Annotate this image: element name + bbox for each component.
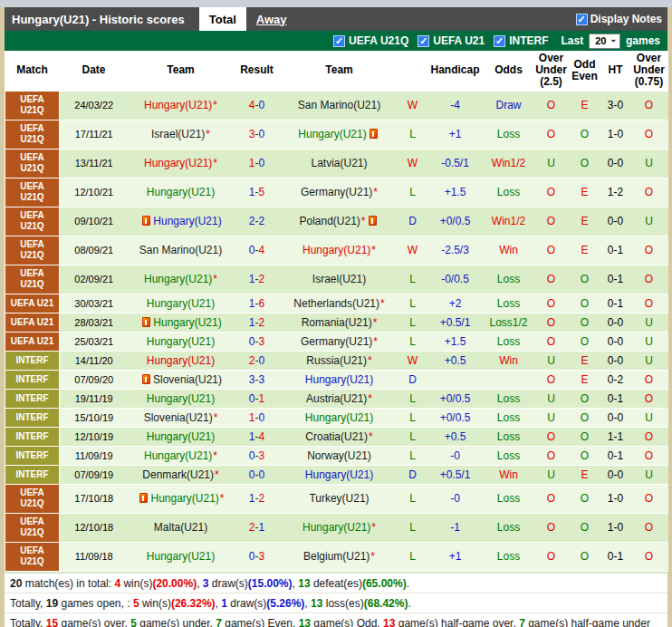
- tab-away[interactable]: Away: [246, 7, 297, 31]
- over-under-075-value: O: [630, 542, 668, 571]
- away-team-name: Latvia(U21): [311, 157, 367, 169]
- match-type-label: UEFA U21Q: [5, 91, 60, 120]
- summary-segment: game(s) half-game over,: [395, 617, 519, 627]
- summary-segment: game(s) Even,: [222, 617, 299, 627]
- home-goals: 3: [249, 373, 255, 386]
- favorite-star-icon: *: [368, 392, 372, 405]
- home-goals: 2: [249, 354, 255, 367]
- history-table: Match Date Team Result Team Handicap Odd…: [5, 51, 668, 572]
- match-type-label: INTERF: [5, 408, 60, 427]
- note-icon[interactable]: [370, 129, 378, 139]
- odd-even-value: O: [569, 120, 601, 149]
- match-score: 0-3: [234, 542, 281, 571]
- ht-score: 0-0: [601, 313, 630, 332]
- match-date: 12/10/18: [60, 513, 129, 542]
- result-indicator: L: [398, 408, 427, 427]
- favorite-star-icon: *: [213, 157, 217, 169]
- filter-bar: UEFA U21QUEFA U21INTERF Last 20 ⌄ games: [5, 31, 667, 51]
- match-type-label: UEFA U21Q: [5, 484, 60, 513]
- home-goals: 1: [249, 186, 255, 198]
- note-icon[interactable]: [142, 374, 150, 384]
- over-under-25-value: O: [534, 370, 569, 389]
- note-icon[interactable]: [369, 216, 377, 226]
- handicap-value: +0.5/1: [427, 465, 484, 484]
- filter-label: UEFA U21Q: [349, 34, 408, 47]
- match-score: 1-2: [234, 484, 281, 513]
- note-icon[interactable]: [139, 493, 148, 503]
- display-notes-checkbox[interactable]: [576, 14, 588, 25]
- summary-segment: 19: [46, 597, 58, 610]
- result-indicator: D: [398, 207, 427, 236]
- handicap-value: -0/0.5: [427, 265, 484, 294]
- result-indicator: L: [398, 265, 427, 294]
- chevron-down-icon: ⌄: [610, 36, 617, 42]
- over-under-25-value: U: [534, 351, 569, 370]
- favorite-star-icon: *: [361, 215, 366, 227]
- match-type-label: UEFA U21: [5, 332, 60, 351]
- summary-segment: match(es) in total:: [22, 577, 114, 590]
- note-icon[interactable]: [142, 317, 150, 327]
- filter-interf[interactable]: INTERF: [494, 34, 548, 47]
- summary-footer: 20 match(es) in total: 4 win(s)(20.00%),…: [5, 572, 667, 627]
- ht-score: 1-1: [601, 427, 630, 446]
- home-team: Slovenia(U21): [129, 370, 234, 389]
- col-team-home: Team: [129, 51, 234, 91]
- games-count-select[interactable]: 20 ⌄: [589, 34, 620, 49]
- checkbox-icon[interactable]: [418, 35, 429, 47]
- odd-even-value: O: [569, 389, 601, 408]
- display-notes-toggle[interactable]: Display Notes: [576, 7, 662, 31]
- table-row: INTERF12/10/19Hungary(U21)1-4Croatia(U21…: [5, 427, 668, 446]
- checkbox-icon[interactable]: [333, 35, 345, 47]
- checkbox-icon[interactable]: [494, 35, 505, 47]
- match-type-label: UEFA U21Q: [5, 149, 60, 178]
- summary-segment: 20: [10, 577, 22, 590]
- home-goals: 0: [249, 468, 255, 481]
- handicap-value: +2: [427, 294, 484, 313]
- match-date: 30/03/21: [60, 294, 129, 313]
- away-team-name: San Marino(U21): [298, 99, 380, 111]
- away-team-name: Hungary(U21): [305, 468, 373, 481]
- summary-segment: ,: [197, 577, 203, 590]
- ht-score: 0-1: [601, 446, 630, 465]
- home-goals: 1: [249, 492, 255, 505]
- table-row: UEFA U21Q17/10/18Hungary(U21)*1-2Turkey(…: [5, 484, 668, 513]
- away-goals: 1: [259, 521, 265, 534]
- match-type-label: UEFA U21Q: [5, 178, 60, 207]
- match-type-label: UEFA U21Q: [5, 236, 60, 265]
- table-row: UEFA U21Q24/03/22Hungary(U21)*4-0San Mar…: [5, 91, 668, 120]
- away-team: Germany(U21)*: [281, 178, 398, 207]
- odds-result: Win: [484, 236, 534, 265]
- table-row: UEFA U2125/03/21Hungary(U21)0-3Germany(U…: [5, 332, 668, 351]
- over-under-25-value: O: [534, 265, 569, 294]
- table-row: UEFA U21Q12/10/18Malta(U21)2-1Hungary(U2…: [5, 513, 668, 542]
- table-row: INTERF14/11/20Hungary(U21)2-0Russia(U21)…: [5, 351, 668, 370]
- table-row: UEFA U21Q13/11/21Hungary(U21)*1-0Latvia(…: [5, 149, 668, 178]
- tab-total[interactable]: Total: [199, 7, 246, 31]
- summary-segment: 13: [383, 617, 395, 627]
- home-goals: 2: [249, 215, 255, 227]
- over-under-075-value: O: [630, 389, 668, 408]
- match-type-label: INTERF: [5, 446, 60, 465]
- filter-uefa-u21[interactable]: UEFA U21: [418, 34, 485, 47]
- away-team: Latvia(U21): [281, 149, 398, 178]
- over-under-075-value: U: [630, 351, 668, 370]
- home-goals: 0: [249, 550, 255, 563]
- note-icon[interactable]: [142, 216, 150, 226]
- home-team-name: Hungary(U21): [147, 354, 215, 367]
- home-goals: 0: [249, 335, 255, 348]
- filter-label: INTERF: [509, 34, 548, 47]
- match-type-label: UEFA U21Q: [5, 542, 60, 571]
- home-goals: 0: [249, 449, 255, 462]
- over-under-25-value: U: [534, 465, 569, 484]
- tabs: TotalAway: [199, 7, 297, 31]
- ht-score: 0-0: [601, 207, 630, 236]
- over-under-25-value: O: [534, 207, 569, 236]
- match-type-label: INTERF: [5, 389, 60, 408]
- away-goals: 2: [259, 316, 265, 329]
- col-match: Match: [5, 51, 60, 91]
- summary-segment: .: [407, 577, 409, 590]
- handicap-value: +0.5: [427, 427, 484, 446]
- match-score: 1-2: [234, 313, 281, 332]
- filter-uefa-u21q[interactable]: UEFA U21Q: [333, 34, 408, 47]
- summary-line: Totally, 15 game(s) over, 5 game(s) unde…: [5, 613, 667, 627]
